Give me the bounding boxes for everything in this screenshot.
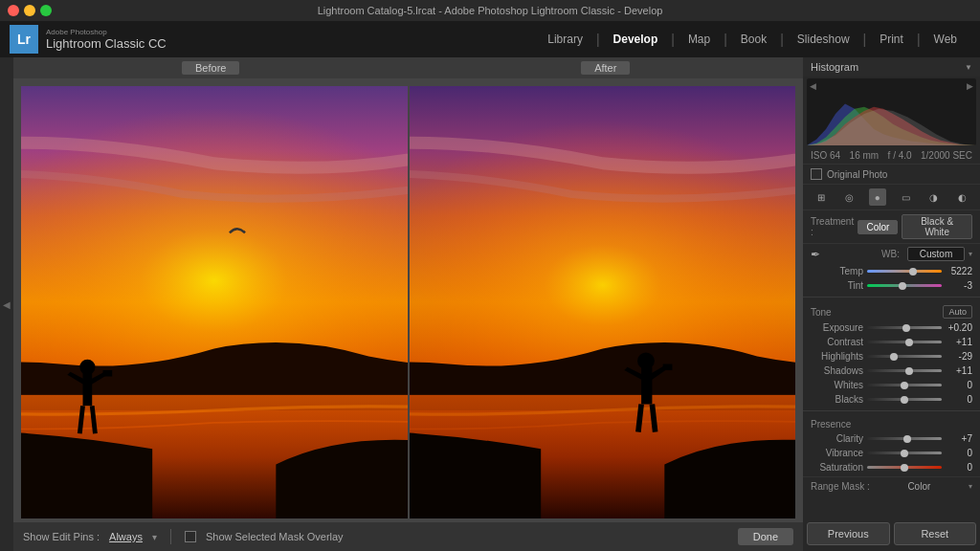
- temp-label: Temp: [811, 266, 863, 276]
- exposure-thumb[interactable]: [902, 324, 910, 332]
- range-mask-value[interactable]: Color: [907, 481, 930, 492]
- clarity-value: +7: [946, 433, 972, 444]
- tool-crop[interactable]: ⊞: [813, 188, 830, 206]
- bottom-bar: Show Edit Pins : Always ▾ Show Selected …: [13, 522, 803, 551]
- blacks-track[interactable]: [867, 398, 942, 401]
- vibrance-thumb[interactable]: [901, 450, 908, 457]
- tint-value: -3: [946, 280, 972, 291]
- reset-button[interactable]: Reset: [894, 522, 977, 545]
- contrast-track[interactable]: [867, 341, 942, 343]
- wb-row: ✒ WB: Custom ▾: [803, 244, 980, 264]
- tool-brush[interactable]: ▭: [897, 188, 914, 206]
- highlights-thumb[interactable]: [890, 353, 898, 361]
- nav-develop[interactable]: Develop: [600, 29, 672, 50]
- show-mask-label: Show Selected Mask Overlay: [206, 531, 344, 542]
- hist-arrow-right[interactable]: ▶: [967, 81, 973, 91]
- done-button[interactable]: Done: [738, 528, 793, 545]
- blacks-label: Blacks: [811, 394, 863, 405]
- highlights-value: -29: [946, 351, 972, 362]
- exposure-slider-row: Exposure +0.20: [803, 320, 980, 335]
- show-edit-pins-label: Show Edit Pins :: [23, 531, 100, 542]
- svg-rect-11: [662, 364, 672, 370]
- blacks-value: 0: [946, 394, 972, 405]
- clarity-track[interactable]: [867, 437, 942, 440]
- vibrance-track[interactable]: [867, 452, 942, 454]
- show-mask-checkbox[interactable]: [185, 531, 196, 542]
- tool-filter[interactable]: ◑: [925, 188, 943, 206]
- tone-section: Tone Auto: [803, 301, 980, 320]
- exposure-value: +0.20: [946, 322, 972, 333]
- highlights-track[interactable]: [867, 355, 942, 358]
- tint-slider-row: Tint -3: [803, 278, 980, 293]
- close-button[interactable]: [8, 5, 19, 16]
- wb-value[interactable]: Custom: [907, 247, 965, 261]
- histogram-label: Histogram: [811, 61, 858, 73]
- minimize-button[interactable]: [24, 5, 35, 16]
- clarity-thumb[interactable]: [903, 435, 911, 443]
- tint-label: Tint: [811, 280, 863, 291]
- saturation-track[interactable]: [867, 466, 942, 469]
- nav-web[interactable]: Web: [921, 29, 970, 50]
- show-edit-pins-value[interactable]: Always: [109, 531, 143, 542]
- clarity-slider-row: Clarity +7: [803, 431, 980, 446]
- shadows-thumb[interactable]: [905, 367, 913, 375]
- temp-thumb[interactable]: [909, 268, 917, 276]
- contrast-thumb[interactable]: [905, 339, 913, 346]
- temp-track[interactable]: [867, 270, 942, 273]
- previous-button[interactable]: Previous: [807, 522, 890, 545]
- presence-divider: [803, 410, 980, 411]
- svg-rect-5: [103, 370, 113, 376]
- after-photo-panel: [410, 86, 796, 518]
- panel-bottom-buttons: Previous Reset: [803, 517, 980, 551]
- blacks-thumb[interactable]: [901, 396, 908, 404]
- after-label: After: [581, 61, 630, 75]
- left-panel-arrow: ◀: [3, 299, 11, 310]
- original-photo-row: Original Photo: [803, 165, 980, 185]
- nav-map[interactable]: Map: [675, 29, 724, 50]
- original-photo-checkbox[interactable]: [811, 168, 822, 180]
- tint-thumb[interactable]: [899, 282, 906, 290]
- highlights-slider-row: Highlights -29: [803, 349, 980, 364]
- vibrance-slider-row: Vibrance 0: [803, 446, 980, 460]
- before-photo-canvas: [21, 86, 408, 518]
- saturation-thumb[interactable]: [901, 464, 908, 472]
- shadows-slider-row: Shadows +11: [803, 364, 980, 378]
- treatment-color-btn[interactable]: Color: [858, 220, 898, 234]
- nav-library[interactable]: Library: [534, 29, 596, 50]
- histogram-header[interactable]: Histogram ▼: [803, 57, 980, 77]
- treatment-bw-btn[interactable]: Black & White: [902, 214, 972, 239]
- maximize-button[interactable]: [40, 5, 52, 16]
- svg-point-4: [79, 360, 95, 375]
- saturation-value: 0: [946, 462, 972, 473]
- eyedropper-icon[interactable]: ✒: [811, 248, 820, 261]
- navbar: Lr Adobe Photoshop Lightroom Classic CC …: [0, 21, 980, 57]
- left-panel-toggle[interactable]: ◀: [0, 57, 13, 551]
- shadows-track[interactable]: [867, 369, 942, 372]
- histogram-area: ◀ ▶: [807, 78, 976, 145]
- nav-links: Library | Develop | Map | Book | Slidesh…: [534, 29, 970, 50]
- tint-track[interactable]: [867, 284, 942, 287]
- after-label-area: After: [409, 57, 804, 78]
- tool-range[interactable]: ◐: [953, 188, 970, 206]
- range-mask-row: Range Mask : Color ▾: [803, 476, 980, 496]
- shadows-value: +11: [946, 365, 972, 376]
- hist-arrow-left[interactable]: ◀: [810, 81, 816, 91]
- traffic-lights: [8, 5, 52, 16]
- whites-label: Whites: [811, 380, 863, 390]
- whites-track[interactable]: [867, 384, 942, 386]
- lr-logo: Lr: [10, 25, 38, 54]
- treatment-label: Treatment :: [811, 216, 854, 237]
- whites-thumb[interactable]: [901, 382, 908, 389]
- svg-rect-3: [83, 372, 93, 407]
- tone-auto-btn[interactable]: Auto: [943, 305, 972, 319]
- nav-slideshow[interactable]: Slideshow: [784, 29, 863, 50]
- nav-print[interactable]: Print: [866, 29, 917, 50]
- exposure-track[interactable]: [867, 326, 942, 329]
- app-title: Lightroom Classic CC: [46, 36, 167, 51]
- tool-spot[interactable]: ◎: [840, 188, 858, 206]
- nav-book[interactable]: Book: [727, 29, 780, 50]
- wb-dropdown-arrow[interactable]: ▾: [969, 250, 972, 258]
- window-title: Lightroom Catalog-5.lrcat - Adobe Photos…: [318, 5, 663, 16]
- tool-redeye[interactable]: ●: [869, 188, 886, 206]
- treatment-row: Treatment : Color Black & White: [803, 210, 980, 244]
